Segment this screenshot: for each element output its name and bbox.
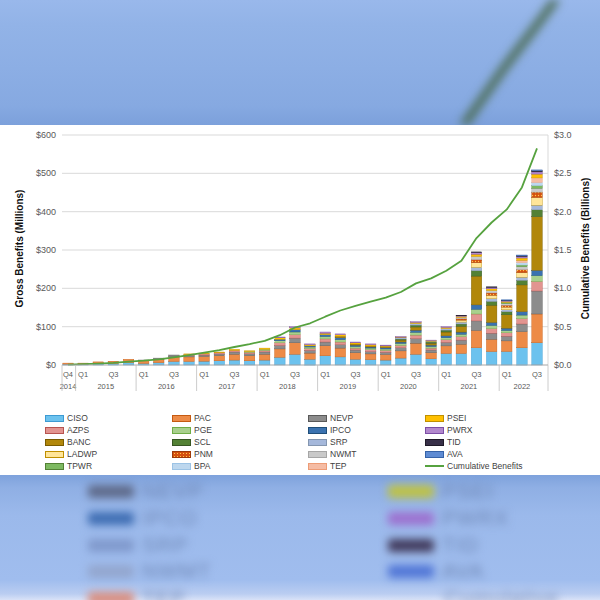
legend-label: SRP bbox=[330, 437, 347, 447]
legend-label: SCL bbox=[194, 437, 211, 447]
blurred-label: NWMT bbox=[142, 559, 211, 583]
legend-label: NWMT bbox=[330, 449, 356, 459]
blurred-label: IPCO bbox=[142, 506, 197, 530]
legend-item-TID: TID bbox=[425, 437, 461, 447]
blurred-legend-item-Cumulative-Bene: Cumulative Bene bbox=[388, 586, 600, 600]
blurred-legend-item-PWRX: PWRX bbox=[388, 506, 509, 530]
legend-item-AVA: AVA bbox=[425, 449, 463, 459]
blurred-swatch bbox=[88, 512, 134, 525]
blurred-swatch bbox=[88, 565, 134, 578]
legend-label: AZPS bbox=[67, 425, 89, 435]
legend-swatch-PAC bbox=[172, 415, 191, 422]
legend-swatch-LADWP bbox=[45, 451, 64, 458]
legend-item-SRP: SRP bbox=[308, 437, 347, 447]
blurred-label: AVA bbox=[442, 559, 484, 583]
blurred-swatch bbox=[388, 539, 434, 552]
legend-swatch-TID bbox=[425, 439, 444, 446]
legend-item-TPWR: TPWR bbox=[45, 461, 92, 471]
legend-item-SCL: SCL bbox=[172, 437, 211, 447]
blurred-cumulative-curve bbox=[0, 0, 600, 125]
chart-panel: $0$100$200$300$400$500$600$0.0$0.5$1.0$1… bbox=[0, 125, 600, 475]
legend-item-LADWP: LADWP bbox=[45, 449, 97, 459]
blurred-backdrop-top bbox=[0, 0, 600, 125]
legend-item-PGE: PGE bbox=[172, 425, 212, 435]
legend-swatch-TPWR bbox=[45, 463, 64, 470]
legend-swatch-PNM bbox=[172, 451, 191, 458]
legend-label: PGE bbox=[194, 425, 212, 435]
legend-item-PAC: PAC bbox=[172, 413, 211, 423]
legend-item-PWRX: PWRX bbox=[425, 425, 473, 435]
legend-label: PSEI bbox=[447, 413, 466, 423]
blurred-label: PWRX bbox=[442, 506, 509, 530]
legend-label: BANC bbox=[67, 437, 91, 447]
blurred-legend-item-NEVP: NEVP bbox=[88, 479, 203, 503]
legend-label: TPWR bbox=[67, 461, 92, 471]
blurred-legend-item-TID: TID bbox=[388, 533, 479, 557]
legend-item-BPA: BPA bbox=[172, 461, 210, 471]
screenshot-root: NEVPIPCOSRPNWMTTEPPSEIPWRXTIDAVACumulati… bbox=[0, 0, 600, 600]
blurred-legend-item-IPCO: IPCO bbox=[88, 506, 197, 530]
legend-swatch-BPA bbox=[172, 463, 191, 470]
legend-swatch-CISO bbox=[45, 415, 64, 422]
blurred-backdrop-bottom: NEVPIPCOSRPNWMTTEPPSEIPWRXTIDAVACumulati… bbox=[0, 475, 600, 600]
blurred-label: TEP bbox=[142, 586, 186, 600]
legend-swatch-PSEI bbox=[425, 415, 444, 422]
legend-label: TID bbox=[447, 437, 461, 447]
legend-label: PAC bbox=[194, 413, 211, 423]
cumulative-benefits-line-swatch bbox=[425, 465, 444, 467]
legend-item-NWMT: NWMT bbox=[308, 449, 356, 459]
legend-swatch-SRP bbox=[308, 439, 327, 446]
legend-label: CISO bbox=[67, 413, 88, 423]
legend-swatch-NWMT bbox=[308, 451, 327, 458]
blurred-label: TID bbox=[442, 533, 479, 557]
legend-swatch-AVA bbox=[425, 451, 444, 458]
chart-legend: CISOAZPSBANCLADWPTPWRPACPGESCLPNMBPANEVP… bbox=[0, 125, 600, 475]
legend-label: Cumulative Benefits bbox=[447, 461, 523, 471]
legend-item-PNM: PNM bbox=[172, 449, 213, 459]
legend-swatch-BANC bbox=[45, 439, 64, 446]
legend-swatch-NEVP bbox=[308, 415, 327, 422]
legend-swatch-SCL bbox=[172, 439, 191, 446]
legend-label: IPCO bbox=[330, 425, 351, 435]
legend-item-BANC: BANC bbox=[45, 437, 91, 447]
blurred-swatch bbox=[388, 565, 434, 578]
legend-label: BPA bbox=[194, 461, 210, 471]
legend-item-PSEI: PSEI bbox=[425, 413, 466, 423]
blurred-legend: NEVPIPCOSRPNWMTTEPPSEIPWRXTIDAVACumulati… bbox=[0, 475, 600, 600]
legend-swatch-IPCO bbox=[308, 427, 327, 434]
blurred-swatch bbox=[388, 512, 434, 525]
legend-item-CISO: CISO bbox=[45, 413, 88, 423]
blurred-legend-item-PSEI: PSEI bbox=[388, 479, 494, 503]
blurred-swatch bbox=[88, 592, 134, 600]
blurred-legend-item-SRP: SRP bbox=[88, 533, 188, 557]
legend-item-NEVP: NEVP bbox=[308, 413, 353, 423]
blurred-label: Cumulative Bene bbox=[444, 586, 600, 600]
blurred-legend-item-NWMT: NWMT bbox=[88, 559, 211, 583]
legend-label: NEVP bbox=[330, 413, 353, 423]
blurred-legend-item-AVA: AVA bbox=[388, 559, 484, 583]
legend-item-AZPS: AZPS bbox=[45, 425, 89, 435]
legend-label: LADWP bbox=[67, 449, 97, 459]
legend-label: PNM bbox=[194, 449, 213, 459]
legend-label: AVA bbox=[447, 449, 463, 459]
legend-swatch-TEP bbox=[308, 463, 327, 470]
blurred-label: PSEI bbox=[442, 479, 494, 503]
blurred-swatch bbox=[88, 485, 134, 498]
legend-swatch-AZPS bbox=[45, 427, 64, 434]
blurred-label: NEVP bbox=[142, 479, 203, 503]
legend-label: TEP bbox=[330, 461, 347, 471]
legend-swatch-PGE bbox=[172, 427, 191, 434]
legend-label: PWRX bbox=[447, 425, 473, 435]
legend-item-TEP: TEP bbox=[308, 461, 347, 471]
blurred-legend-item-TEP: TEP bbox=[88, 586, 186, 600]
legend-item-IPCO: IPCO bbox=[308, 425, 351, 435]
blurred-swatch bbox=[88, 539, 134, 552]
blurred-label: SRP bbox=[142, 533, 188, 557]
legend-swatch-PWRX bbox=[425, 427, 444, 434]
blurred-swatch bbox=[388, 485, 434, 498]
legend-item-Cumulative-Benefits: Cumulative Benefits bbox=[425, 461, 523, 471]
